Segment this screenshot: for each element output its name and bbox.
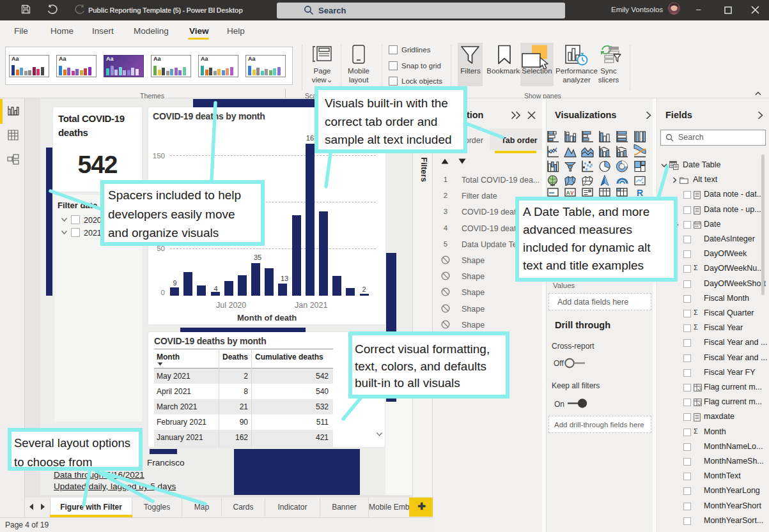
svg-text:A: A — [566, 190, 570, 196]
svg-text:V: V — [570, 190, 574, 196]
